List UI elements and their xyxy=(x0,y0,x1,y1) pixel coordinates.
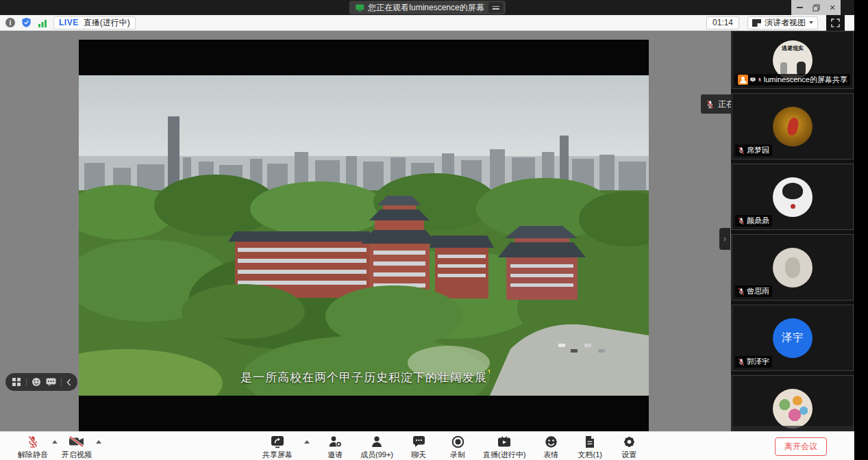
docs-button[interactable]: 文档(1) xyxy=(576,435,604,460)
members-label: 成员(99+) xyxy=(360,450,393,460)
camera-off-icon xyxy=(69,436,85,447)
emoji-icon xyxy=(545,435,558,448)
record-icon xyxy=(451,435,464,448)
gear-icon xyxy=(623,435,636,448)
participant-name-tag: 曾思雨 xyxy=(735,285,772,297)
chevron-down-icon xyxy=(809,21,813,24)
muted-mic-icon xyxy=(758,76,762,84)
participant-tile[interactable]: 曾思雨 xyxy=(732,234,854,301)
start-video-button[interactable]: 开启视频 xyxy=(62,435,92,460)
more-participants-button[interactable] xyxy=(732,426,853,431)
participant-tile[interactable]: 泽宇 郭泽宇 xyxy=(732,305,854,371)
avatar xyxy=(773,248,813,288)
settings-button[interactable]: 设置 xyxy=(615,435,643,460)
banner-menu-icon[interactable] xyxy=(488,2,504,13)
mic-options-caret[interactable] xyxy=(52,440,58,444)
avatar-text: 逃避现实 xyxy=(773,44,813,52)
meeting-info-icon[interactable]: i xyxy=(5,18,15,27)
share-options-caret[interactable] xyxy=(304,440,310,444)
muted-mic-icon xyxy=(738,358,745,366)
members-button[interactable]: 成员(99+) xyxy=(360,435,393,460)
fullscreen-button[interactable] xyxy=(826,15,845,31)
chat-button[interactable]: 聊天 xyxy=(405,435,432,460)
restore-button[interactable] xyxy=(808,0,824,15)
live-tv-icon xyxy=(497,436,511,448)
floating-tools-pill xyxy=(5,373,77,391)
participant-name: 郭泽宇 xyxy=(747,357,769,367)
avatar xyxy=(773,177,813,217)
fullscreen-icon xyxy=(831,18,840,27)
security-shield-icon[interactable] xyxy=(21,17,32,28)
presenter-badge-icon xyxy=(738,75,748,85)
participant-name-tag: 颜鼎鼎 xyxy=(735,215,772,227)
share-screen-label: 共享屏幕 xyxy=(262,450,293,460)
chat-bubble-icon xyxy=(412,435,425,448)
video-options-caret[interactable] xyxy=(96,440,101,444)
share-screen-icon xyxy=(270,435,285,448)
avatar-text: 泽宇 xyxy=(782,331,804,344)
caption-keyboard-icon[interactable] xyxy=(46,378,56,386)
view-mode-selector[interactable]: 演讲者视图 xyxy=(747,16,818,29)
members-icon xyxy=(371,435,383,448)
record-label: 录制 xyxy=(450,450,465,460)
invite-person-icon xyxy=(328,435,342,448)
video-picture: 是一所高校在两个甲子历史积淀下的壮阔发展 xyxy=(79,75,649,396)
view-mode-label: 演讲者视图 xyxy=(765,17,806,29)
window-title-bar: 您正在观看luminescence的屏幕 ✕ xyxy=(0,0,854,15)
record-button[interactable]: 录制 xyxy=(444,435,471,460)
leave-meeting-button[interactable]: 离开会议 xyxy=(775,437,827,456)
participant-name-tag: 席梦园 xyxy=(735,144,772,156)
screen-share-icon xyxy=(355,4,364,12)
live-stream-button[interactable]: 直播(进行中) xyxy=(483,435,525,460)
participant-tile[interactable] xyxy=(732,375,854,431)
shared-screen-stage: 是一所高校在两个甲子历史积淀下的壮阔发展 xyxy=(0,31,854,431)
emoji-reaction-icon[interactable] xyxy=(32,377,41,387)
participant-name-tag: luminescence的屏幕共享 xyxy=(735,74,850,86)
chat-label: 聊天 xyxy=(411,450,426,460)
start-video-label: 开启视频 xyxy=(62,450,92,460)
docs-label: 文档(1) xyxy=(578,450,602,460)
live-status-text: 直播(进行中) xyxy=(84,17,130,29)
participants-sidebar: 逃避现实 luminescence的屏幕共享 xyxy=(731,31,854,431)
divider xyxy=(61,378,62,386)
video-player[interactable]: 是一所高校在两个甲子历史积淀下的壮阔发展 xyxy=(79,40,649,431)
muted-mic-icon xyxy=(706,100,714,109)
avatar xyxy=(773,107,813,146)
participant-name: 曾思雨 xyxy=(747,286,769,296)
participant-tile[interactable]: 席梦园 xyxy=(732,93,854,159)
muted-mic-icon xyxy=(738,288,745,296)
live-status-box[interactable]: LIVE 直播(进行中) xyxy=(53,16,136,29)
muted-mic-icon xyxy=(27,435,38,448)
emoji-button[interactable]: 表情 xyxy=(537,435,565,460)
participant-tile[interactable]: 颜鼎鼎 xyxy=(732,164,854,230)
screen-edge-strip xyxy=(854,0,868,460)
video-subtitle: 是一所高校在两个甲子历史积淀下的壮阔发展 xyxy=(79,370,649,385)
live-badge: LIVE xyxy=(59,18,79,27)
unmute-button[interactable]: 解除静音 xyxy=(18,435,48,460)
window-controls: ✕ xyxy=(791,0,841,15)
watching-label: 您正在观看luminescence的屏幕 xyxy=(368,2,484,14)
live-stream-label: 直播(进行中) xyxy=(483,450,525,460)
share-screen-button[interactable]: 共享屏幕 xyxy=(262,435,293,460)
settings-label: 设置 xyxy=(621,450,636,460)
campus-aerial-scene xyxy=(79,75,649,396)
muted-mic-icon xyxy=(738,217,745,225)
participant-name: 颜鼎鼎 xyxy=(747,216,769,226)
unmute-label: 解除静音 xyxy=(18,450,48,460)
close-button[interactable]: ✕ xyxy=(824,0,841,15)
participant-tile-screen-share[interactable]: 逃避现实 luminescence的屏幕共享 xyxy=(732,31,854,89)
avatar xyxy=(773,389,813,429)
avatar: 泽宇 xyxy=(773,318,813,358)
network-signal-icon xyxy=(38,18,47,27)
minimize-button[interactable] xyxy=(791,0,808,15)
apps-grid-icon[interactable] xyxy=(12,377,21,387)
invite-button[interactable]: 邀请 xyxy=(321,435,349,460)
meeting-timer: 01:14 xyxy=(706,16,739,29)
divider xyxy=(26,378,27,386)
collapse-left-icon[interactable] xyxy=(66,379,71,386)
participant-name-tag: 郭泽宇 xyxy=(735,356,772,368)
emoji-label: 表情 xyxy=(543,450,558,460)
screen-watching-banner: 您正在观看luminescence的屏幕 xyxy=(349,1,505,14)
sidebar-collapse-tab[interactable]: › xyxy=(719,228,730,250)
participant-name: 席梦园 xyxy=(747,145,769,155)
